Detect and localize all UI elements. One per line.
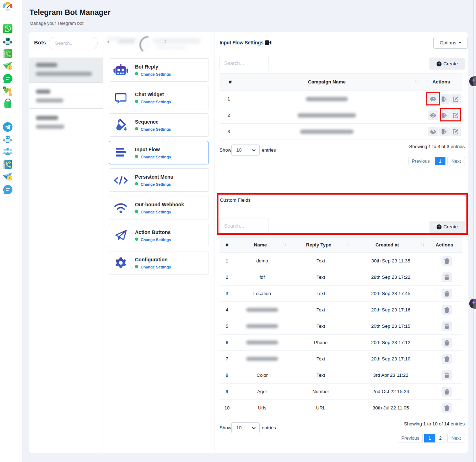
svg-text:1: 1: [9, 176, 10, 180]
svg-text:1: 1: [9, 66, 11, 69]
